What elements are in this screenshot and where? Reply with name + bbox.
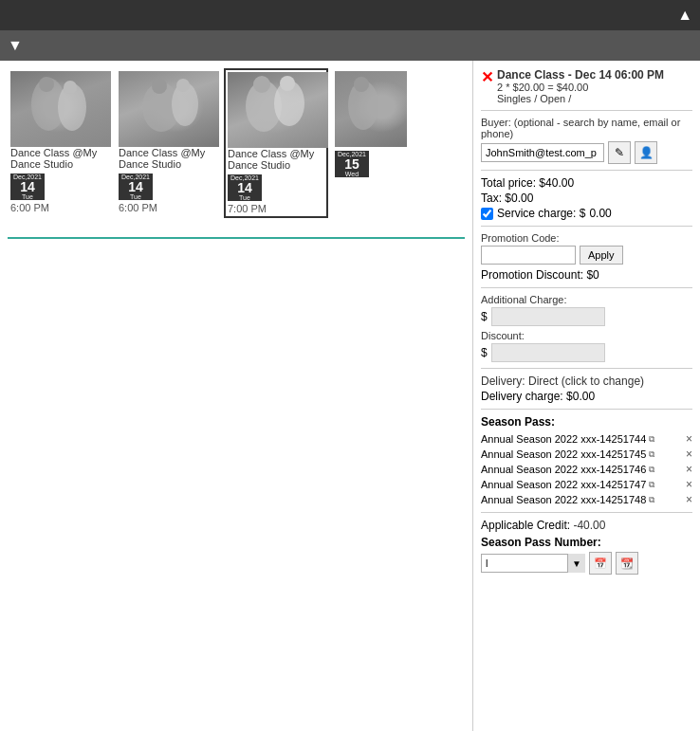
svg-point-11 bbox=[280, 76, 295, 91]
season-pass-item: Annual Season 2022 xxx-14251748 ⧉ × bbox=[481, 493, 692, 506]
dollar-sign: $ bbox=[481, 310, 488, 323]
date-badge-box: Dec,2021 15 Wed bbox=[335, 151, 369, 177]
sp-remove-button[interactable]: × bbox=[686, 448, 692, 461]
promo-input[interactable] bbox=[481, 246, 576, 265]
spn-dropdown-button[interactable]: ▼ bbox=[567, 554, 585, 573]
buyer-label: Buyer: (optional - search by name, email… bbox=[481, 117, 692, 139]
season-pass-item: Annual Season 2022 xxx-14251746 ⧉ × bbox=[481, 463, 692, 476]
date-dow: Tue bbox=[230, 194, 259, 201]
season-pass-title: Season Pass: bbox=[481, 415, 692, 429]
apply-button[interactable]: Apply bbox=[580, 246, 623, 265]
sp-remove-button[interactable]: × bbox=[686, 493, 692, 506]
season-pass-item-text: Annual Season 2022 xxx-14251747 ⧉ bbox=[481, 479, 654, 490]
sp-link-icon[interactable]: ⧉ bbox=[649, 465, 654, 475]
svg-point-6 bbox=[152, 79, 167, 94]
service-charge-label: Service charge: $ bbox=[497, 207, 585, 220]
additional-charge-input[interactable] bbox=[491, 307, 605, 326]
event-card-info: Dance Class @My Dance Studio Dec,2021 14… bbox=[119, 147, 217, 213]
svg-point-10 bbox=[253, 76, 270, 93]
date-dow: Wed bbox=[338, 171, 366, 177]
event-card[interactable]: Dec,2021 15 Wed bbox=[332, 68, 408, 218]
buyer-row: ✎ 👤 bbox=[481, 141, 692, 164]
spn-calendar-button[interactable]: 📅 bbox=[589, 552, 612, 575]
discount-row: $ bbox=[481, 343, 692, 362]
top-bar-medium: ▼ bbox=[0, 30, 700, 61]
sp-link-icon[interactable]: ⧉ bbox=[649, 434, 654, 445]
event-thumbnail bbox=[335, 71, 407, 147]
event-cards-container: Dance Class @My Dance Studio Dec,2021 14… bbox=[8, 68, 465, 218]
total-price-row: Total price: $40.00 bbox=[481, 176, 692, 190]
sp-link-icon[interactable]: ⧉ bbox=[649, 449, 654, 460]
spn-row: ▼ 📅 📆 bbox=[481, 552, 692, 575]
date-badge: Dec,2021 14 Tue bbox=[119, 174, 153, 200]
season-pass-item-text: Annual Season 2022 xxx-14251748 ⧉ bbox=[481, 494, 654, 505]
promo-row: Apply bbox=[481, 246, 692, 265]
chevron-up-button[interactable]: ▲ bbox=[677, 7, 692, 24]
promo-label: Promotion Code: bbox=[481, 232, 692, 244]
season-pass-name: Annual Season 2022 xxx-14251745 bbox=[481, 448, 646, 460]
date-day: 14 bbox=[121, 180, 150, 193]
date-dow: Tue bbox=[121, 193, 150, 200]
event-card-title: Dance Class @My Dance Studio bbox=[10, 147, 109, 170]
spn-input-wrapper: ▼ bbox=[481, 554, 585, 573]
add-buyer-button[interactable]: 👤 bbox=[635, 141, 657, 164]
edit-buyer-button[interactable]: ✎ bbox=[608, 141, 631, 164]
dollar-sign-2: $ bbox=[481, 346, 488, 359]
event-time: 6:00 PM bbox=[10, 202, 109, 213]
sp-remove-button[interactable]: × bbox=[686, 432, 692, 446]
delivery-row: Delivery: Direct (click to change) bbox=[481, 375, 692, 388]
discount-label: Discount: bbox=[481, 330, 692, 341]
promo-discount-label: Promotion Discount: $ bbox=[481, 268, 593, 282]
sp-remove-button[interactable]: × bbox=[686, 463, 692, 476]
event-card-title: Dance Class @My Dance Studio bbox=[228, 148, 324, 171]
event-card[interactable]: Dance Class @My Dance Studio Dec,2021 14… bbox=[116, 68, 220, 218]
date-badge-box: Dec,2021 14 Tue bbox=[119, 174, 153, 200]
additional-charge-label: Additional Charge: bbox=[481, 294, 692, 305]
promo-discount-value: 0 bbox=[593, 268, 599, 282]
event-time: 6:00 PM bbox=[119, 202, 217, 213]
section-divider bbox=[481, 170, 692, 171]
svg-point-7 bbox=[176, 79, 190, 92]
season-pass-item-text: Annual Season 2022 xxx-14251744 ⧉ bbox=[481, 433, 654, 445]
green-divider bbox=[8, 237, 465, 239]
svg-point-2 bbox=[39, 77, 54, 92]
season-pass-name: Annual Season 2022 xxx-14251746 bbox=[481, 464, 646, 475]
season-pass-number-label: Season Pass Number: bbox=[481, 536, 692, 549]
event-card-info: Dec,2021 15 Wed bbox=[335, 147, 405, 177]
event-title: Dance Class - Dec 14 06:00 PM bbox=[497, 68, 664, 82]
section-divider bbox=[481, 110, 692, 111]
event-header: ✕ Dance Class - Dec 14 06:00 PM 2 * $20.… bbox=[481, 68, 692, 104]
event-thumbnail bbox=[119, 71, 219, 147]
season-pass-name: Annual Season 2022 xxx-14251747 bbox=[481, 479, 646, 490]
section-divider bbox=[481, 226, 692, 227]
right-panel: ✕ Dance Class - Dec 14 06:00 PM 2 * $20.… bbox=[472, 61, 700, 731]
close-icon[interactable]: ✕ bbox=[481, 68, 493, 86]
sp-link-icon[interactable]: ⧉ bbox=[649, 495, 654, 505]
season-pass-name: Annual Season 2022 xxx-14251744 bbox=[481, 433, 646, 445]
section-divider bbox=[481, 368, 692, 369]
section-divider bbox=[481, 512, 692, 513]
top-bar-dark: ▲ bbox=[0, 0, 700, 30]
event-card[interactable]: Dance Class @My Dance Studio Dec,2021 14… bbox=[8, 68, 112, 218]
buyer-input[interactable] bbox=[481, 143, 604, 162]
sp-link-icon[interactable]: ⧉ bbox=[649, 480, 654, 490]
sp-remove-button[interactable]: × bbox=[686, 478, 692, 491]
delivery-charge-value: 0.00 bbox=[573, 390, 595, 403]
chevron-down-button[interactable]: ▼ bbox=[8, 37, 23, 54]
event-category: Singles / Open / bbox=[497, 93, 664, 104]
event-card-selected[interactable]: Dance Class @My Dance Studio Dec,2021 14… bbox=[224, 68, 328, 218]
event-card-info: Dance Class @My Dance Studio Dec,2021 14… bbox=[10, 147, 109, 213]
svg-point-13 bbox=[354, 77, 369, 92]
service-charge-checkbox[interactable] bbox=[481, 208, 493, 220]
event-thumbnail bbox=[228, 72, 328, 148]
date-day: 15 bbox=[338, 157, 366, 171]
discount-input[interactable] bbox=[491, 343, 605, 362]
season-pass-item: Annual Season 2022 xxx-14251745 ⧉ × bbox=[481, 448, 692, 461]
applicable-credit-row: Applicable Credit: -40.00 bbox=[481, 519, 692, 532]
delivery-charge-row: Delivery charge: $0.00 bbox=[481, 390, 692, 403]
delivery-link[interactable]: Delivery: Direct (click to change) bbox=[481, 375, 644, 388]
season-pass-section: Season Pass: Annual Season 2022 xxx-1425… bbox=[481, 415, 692, 506]
season-pass-item: Annual Season 2022 xxx-14251744 ⧉ × bbox=[481, 432, 692, 446]
service-charge-value: 0.00 bbox=[589, 207, 611, 220]
spn-calendar2-button[interactable]: 📆 bbox=[616, 552, 638, 575]
